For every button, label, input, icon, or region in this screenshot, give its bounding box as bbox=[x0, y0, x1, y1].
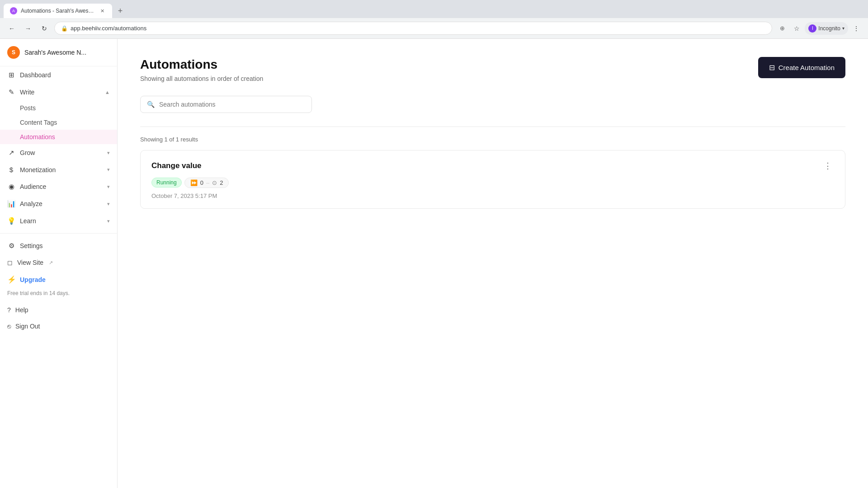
analyze-icon: 📊 bbox=[7, 200, 15, 208]
automation-card-header: Change value ⋮ bbox=[151, 160, 834, 172]
nav-actions: ⊕ ☆ I Incognito ▾ ⋮ bbox=[776, 22, 863, 35]
new-tab-button[interactable]: + bbox=[114, 5, 127, 17]
sidebar: S Sarah's Awesome N... ⊞ Dashboard ✎ Wri… bbox=[0, 39, 118, 488]
automation-icon: ⊟ bbox=[769, 63, 775, 72]
main-content: Automations Showing all automations in o… bbox=[118, 39, 868, 488]
audience-icon: ◉ bbox=[7, 183, 15, 191]
automation-name: Change value bbox=[151, 161, 202, 170]
view-site-icon: ◻ bbox=[7, 259, 13, 266]
check-circle-icon: ⊙ bbox=[212, 179, 217, 186]
address-bar[interactable]: 🔒 app.beehiiv.com/automations bbox=[54, 22, 772, 35]
grow-icon: ↗ bbox=[7, 149, 15, 157]
external-link-icon: ↗ bbox=[49, 260, 53, 266]
dashboard-icon: ⊞ bbox=[7, 71, 15, 79]
card-menu-button[interactable]: ⋮ bbox=[821, 160, 834, 172]
sidebar-item-audience[interactable]: ◉ Audience ▾ bbox=[0, 178, 117, 195]
chevron-up-icon: ▲ bbox=[105, 89, 110, 95]
chevron-down-icon: ▾ bbox=[107, 167, 110, 173]
sidebar-item-grow[interactable]: ↗ Grow ▾ bbox=[0, 144, 117, 161]
url-display: app.beehiiv.com/automations bbox=[71, 25, 146, 32]
sidebar-header: S Sarah's Awesome N... bbox=[0, 39, 117, 66]
stat-separator: – bbox=[206, 179, 209, 186]
chevron-down-icon: ▾ bbox=[107, 218, 110, 224]
create-automation-button[interactable]: ⊟ Create Automation bbox=[758, 57, 845, 78]
sidebar-item-learn[interactable]: 💡 Learn ▾ bbox=[0, 212, 117, 230]
sidebar-item-dashboard[interactable]: ⊞ Dashboard bbox=[0, 66, 117, 84]
upgrade-label: Upgrade bbox=[20, 276, 46, 283]
sidebar-item-automations[interactable]: Automations bbox=[0, 130, 117, 144]
sidebar-item-label: Dashboard bbox=[20, 71, 110, 79]
page-title: Automations bbox=[140, 57, 263, 72]
monetization-icon: $ bbox=[7, 166, 15, 174]
nav-bar: ← → ↻ 🔒 app.beehiiv.com/automations ⊕ ☆ … bbox=[0, 18, 868, 38]
trial-text: Free trial ends in 14 days. bbox=[0, 288, 117, 302]
content-divider bbox=[140, 127, 845, 127]
sidebar-item-write[interactable]: ✎ Write ▲ bbox=[0, 84, 117, 101]
search-input[interactable] bbox=[159, 101, 305, 108]
automation-stats: Running ⏩ 0 – ⊙ 2 bbox=[151, 178, 834, 188]
bookmark-button[interactable]: ☆ bbox=[790, 22, 803, 35]
search-icon: 🔍 bbox=[147, 101, 155, 108]
sidebar-item-view-site[interactable]: ◻ View Site ↗ bbox=[0, 254, 117, 271]
posts-label: Posts bbox=[20, 104, 36, 112]
status-badge: Running bbox=[151, 178, 182, 188]
content-tags-label: Content Tags bbox=[20, 119, 57, 126]
profile-button[interactable]: I Incognito ▾ bbox=[805, 22, 848, 35]
sidebar-item-analyze[interactable]: 📊 Analyze ▾ bbox=[0, 195, 117, 212]
nav-divider bbox=[0, 233, 117, 234]
app: S Sarah's Awesome N... ⊞ Dashboard ✎ Wri… bbox=[0, 39, 868, 488]
back-button[interactable]: ← bbox=[5, 22, 18, 35]
sidebar-item-label: Audience bbox=[20, 183, 103, 190]
sidebar-item-content-tags[interactable]: Content Tags bbox=[0, 115, 117, 130]
results-count: Showing 1 of 1 results bbox=[140, 136, 845, 143]
stat-group: ⏩ 0 – ⊙ 2 bbox=[184, 178, 229, 188]
upgrade-icon: ⚡ bbox=[7, 275, 16, 284]
settings-label: Settings bbox=[20, 242, 110, 249]
search-container: 🔍 bbox=[140, 96, 845, 113]
view-site-label: View Site bbox=[17, 259, 43, 266]
brand-logo: S bbox=[7, 46, 20, 59]
write-icon: ✎ bbox=[7, 88, 15, 96]
forward-button[interactable]: → bbox=[22, 22, 34, 35]
sidebar-item-label: Monetization bbox=[20, 166, 103, 174]
page-header-text: Automations Showing all automations in o… bbox=[140, 57, 263, 82]
create-btn-label: Create Automation bbox=[778, 64, 835, 71]
more-button[interactable]: ⋮ bbox=[850, 22, 863, 35]
sidebar-item-label: Write bbox=[20, 89, 100, 96]
automations-label: Automations bbox=[20, 133, 55, 141]
chevron-down-icon: ▾ bbox=[107, 201, 110, 207]
automation-date: October 7, 2023 5:17 PM bbox=[151, 192, 834, 199]
pending-count: 2 bbox=[220, 179, 223, 186]
tab-title: Automations - Sarah's Awesome... bbox=[21, 8, 95, 14]
sign-out-label: Sign Out bbox=[15, 323, 40, 330]
sidebar-item-monetization[interactable]: $ Monetization ▾ bbox=[0, 161, 117, 178]
learn-icon: 💡 bbox=[7, 217, 15, 225]
chevron-down-icon: ▾ bbox=[107, 150, 110, 156]
sidebar-item-posts[interactable]: Posts bbox=[0, 101, 117, 115]
chevron-down-icon: ▾ bbox=[107, 184, 110, 190]
help-icon: ? bbox=[7, 306, 11, 314]
search-box: 🔍 bbox=[140, 96, 312, 113]
help-label: Help bbox=[15, 306, 28, 314]
brand-name: Sarah's Awesome N... bbox=[24, 49, 86, 56]
sidebar-item-settings[interactable]: ⚙ Settings bbox=[0, 237, 117, 254]
active-tab[interactable]: A Automations - Sarah's Awesome... ✕ bbox=[4, 4, 112, 18]
tab-bar: A Automations - Sarah's Awesome... ✕ + bbox=[0, 0, 868, 18]
fast-forward-icon: ⏩ bbox=[190, 179, 198, 186]
upgrade-button[interactable]: ⚡ Upgrade bbox=[0, 271, 117, 288]
sent-count: 0 bbox=[200, 179, 203, 186]
sign-out-icon: ⎋ bbox=[7, 323, 11, 330]
tab-close-button[interactable]: ✕ bbox=[99, 7, 106, 14]
sidebar-item-label: Learn bbox=[20, 217, 103, 225]
reload-button[interactable]: ↻ bbox=[38, 22, 51, 35]
settings-icon: ⚙ bbox=[7, 242, 15, 250]
sidebar-item-sign-out[interactable]: ⎋ Sign Out bbox=[0, 318, 117, 334]
tab-favicon: A bbox=[10, 7, 17, 14]
extensions-button[interactable]: ⊕ bbox=[776, 22, 788, 35]
sidebar-item-label: Analyze bbox=[20, 200, 103, 207]
page-subtitle: Showing all automations in order of crea… bbox=[140, 75, 263, 82]
page-header: Automations Showing all automations in o… bbox=[140, 57, 845, 82]
sidebar-item-label: Grow bbox=[20, 149, 103, 156]
browser-chrome: A Automations - Sarah's Awesome... ✕ + ←… bbox=[0, 0, 868, 39]
sidebar-item-help[interactable]: ? Help bbox=[0, 302, 117, 318]
